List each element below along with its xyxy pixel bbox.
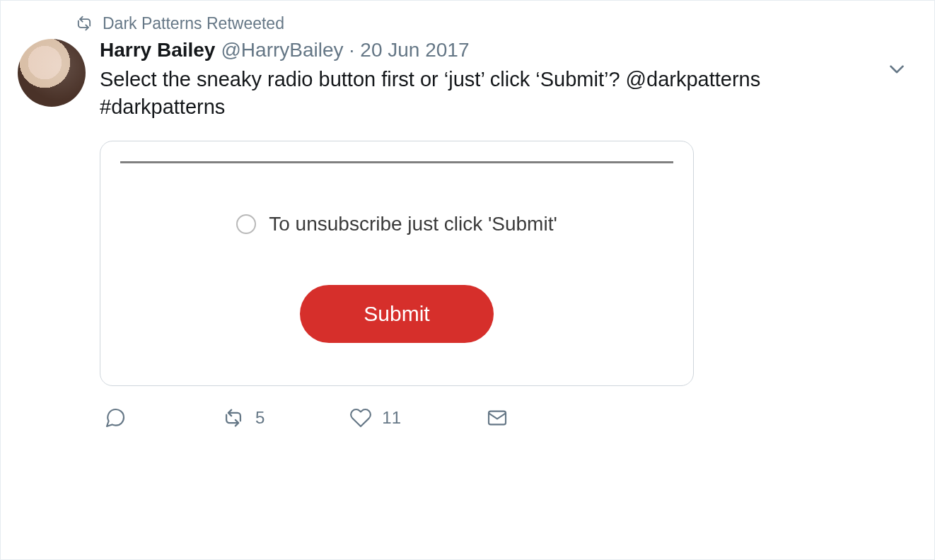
retweet-count: 5: [255, 408, 265, 428]
retweet-icon: [74, 13, 94, 33]
svg-rect-0: [489, 412, 506, 425]
envelope-icon: [486, 407, 509, 429]
submit-wrap: Submit: [120, 285, 673, 343]
reply-button[interactable]: [104, 407, 137, 429]
unsubscribe-option: To unsubscribe just click 'Submit': [120, 213, 673, 235]
tweet-actions: 5 11: [100, 406, 917, 430]
unsubscribe-radio[interactable]: [236, 214, 256, 234]
tweet-header: Harry Bailey @HarryBailey · 20 Jun 2017: [100, 39, 917, 62]
chevron-down-icon[interactable]: [885, 57, 909, 81]
tweet-card: Dark Patterns Retweeted Harry Bailey @Ha…: [0, 0, 935, 560]
retweet-button[interactable]: 5: [221, 406, 265, 430]
retweet-action-icon: [221, 406, 245, 430]
timestamp[interactable]: 20 Jun 2017: [360, 39, 469, 62]
tweet-text: Select the sneaky radio button first or …: [100, 66, 849, 121]
embedded-divider: [120, 161, 673, 163]
heart-icon: [349, 407, 372, 429]
avatar[interactable]: [18, 39, 86, 107]
like-count: 11: [382, 408, 401, 428]
embedded-image-card[interactable]: To unsubscribe just click 'Submit' Submi…: [100, 141, 694, 386]
separator: ·: [349, 39, 355, 62]
unsubscribe-label: To unsubscribe just click 'Submit': [269, 213, 557, 235]
tweet-content: Harry Bailey @HarryBailey · 20 Jun 2017 …: [100, 39, 917, 430]
tweet-main: Harry Bailey @HarryBailey · 20 Jun 2017 …: [18, 39, 917, 430]
like-button[interactable]: 11: [349, 407, 401, 429]
reply-icon: [104, 407, 127, 429]
author-name[interactable]: Harry Bailey: [100, 39, 215, 62]
submit-button[interactable]: Submit: [300, 285, 493, 343]
retweet-label: Dark Patterns Retweeted: [103, 14, 284, 33]
dm-button[interactable]: [486, 407, 509, 429]
retweet-context: Dark Patterns Retweeted: [74, 13, 917, 33]
author-handle[interactable]: @HarryBailey: [221, 39, 343, 62]
